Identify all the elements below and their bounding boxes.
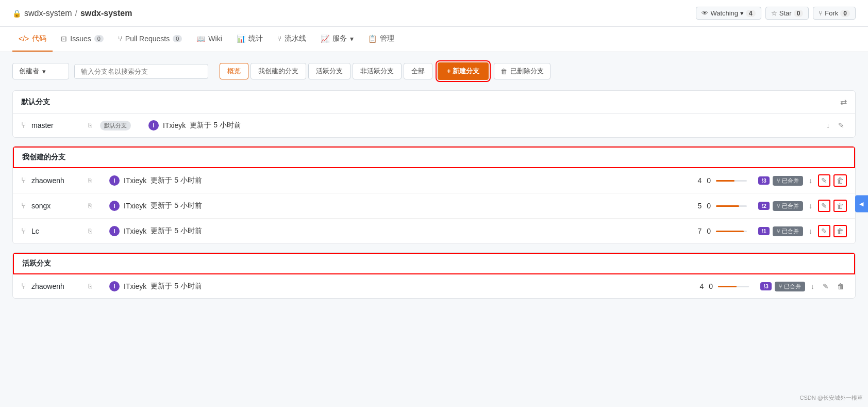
stat-bar: [716, 180, 747, 182]
default-section-header: 默认分支 ⇄: [13, 91, 855, 113]
delete-icon[interactable]: 🗑: [834, 281, 847, 292]
nav-item-manage[interactable]: 📋 管理: [362, 27, 400, 52]
side-tab[interactable]: ◀: [855, 195, 868, 212]
nav-item-code[interactable]: </> 代码: [12, 27, 53, 52]
star-icon: ☆: [771, 9, 777, 17]
active-branches-section: 活跃分支 ⑂ zhaowenh ⎘ I ITxieyk 更新于 5 小时前 4 …: [12, 252, 856, 299]
repo-owner[interactable]: swdx-system: [24, 9, 72, 18]
swap-icon[interactable]: ⇄: [840, 97, 847, 107]
branch-author[interactable]: ITxieyk: [124, 282, 146, 290]
download-icon[interactable]: ↓: [824, 120, 832, 131]
branch-stats: 7 0: [698, 227, 747, 235]
avatar: I: [109, 175, 120, 186]
filter-tab-overview[interactable]: 概览: [220, 63, 248, 79]
issues-badge: 0: [94, 35, 104, 42]
merge-badge: ⑂ 已合并: [773, 226, 803, 236]
issues-icon: ⊡: [61, 35, 67, 43]
branch-meta: I ITxieyk 更新于 5 小时前: [148, 120, 819, 131]
service-dropdown-icon: ▾: [350, 35, 354, 43]
branch-name[interactable]: songx: [31, 202, 83, 210]
copy-icon[interactable]: ⎘: [88, 283, 92, 290]
nav-code-label: 代码: [32, 34, 46, 43]
new-branch-button[interactable]: + 新建分支: [438, 62, 489, 80]
pr-number-badge[interactable]: !3: [758, 176, 770, 185]
branch-icon: ⑂: [21, 226, 26, 236]
delete-icon[interactable]: 🗑: [833, 200, 847, 212]
behind-count: 0: [707, 227, 711, 235]
table-row: ⑂ master ⎘ 默认分支 I ITxieyk 更新于 5 小时前 ↓ ✎: [13, 113, 855, 137]
delete-icon[interactable]: 🗑: [833, 174, 847, 187]
filter-tab-mine[interactable]: 我创建的分支: [251, 63, 306, 79]
download-icon[interactable]: ↓: [806, 200, 815, 211]
default-section-title: 默认分支: [21, 97, 50, 107]
branch-name[interactable]: zhaowenh: [31, 282, 83, 290]
table-row: ⑂ zhaowenh ⎘ I ITxieyk 更新于 5 小时前 4 0 !3 …: [13, 274, 855, 298]
creator-select[interactable]: 创建者 ▾: [12, 63, 69, 79]
copy-icon[interactable]: ⎘: [88, 202, 92, 209]
pr-number-badge[interactable]: !2: [758, 202, 770, 210]
chevron-down-icon: ▾: [740, 9, 744, 17]
download-icon[interactable]: ↓: [806, 225, 815, 237]
branch-actions: !1 ⑂ 已合并 ↓ ✎ 🗑: [758, 225, 847, 237]
nav-pr-label: Pull Requests: [125, 35, 170, 43]
nav-item-issues[interactable]: ⊡ Issues 0: [55, 27, 110, 51]
nav-item-stats[interactable]: 📊 统计: [230, 27, 269, 52]
edit-icon[interactable]: ✎: [836, 120, 847, 131]
fork-icon: ⑂: [819, 9, 823, 17]
eye-icon: 👁: [702, 9, 708, 17]
top-bar: 🔒 swdx-system / swdx-system 👁 Watching ▾…: [0, 0, 868, 27]
pr-number-badge[interactable]: !3: [760, 282, 772, 290]
ahead-count: 5: [698, 202, 702, 210]
pr-icon: ⑂: [118, 35, 122, 43]
branch-name[interactable]: master: [31, 121, 83, 129]
nav-item-service[interactable]: 📈 服务 ▾: [314, 27, 360, 52]
copy-icon[interactable]: ⎘: [88, 227, 92, 235]
behind-count: 0: [709, 282, 713, 290]
nav-item-pipeline[interactable]: ⑂ 流水线: [271, 27, 312, 52]
stat-bar: [716, 205, 747, 207]
edit-icon[interactable]: ✎: [818, 225, 830, 237]
branch-meta: I ITxieyk 更新于 5 小时前: [109, 226, 693, 236]
download-icon[interactable]: ↓: [806, 175, 815, 186]
branch-author[interactable]: ITxieyk: [124, 202, 146, 210]
star-button[interactable]: ☆ Star 0: [765, 7, 809, 20]
branch-author[interactable]: ITxieyk: [124, 227, 146, 235]
deleted-branch-button[interactable]: 🗑 已删除分支: [494, 63, 550, 79]
branch-actions: !3 ⑂ 已合并 ↓ ✎ 🗑: [760, 281, 847, 292]
copy-icon[interactable]: ⎘: [88, 122, 92, 129]
edit-icon[interactable]: ✎: [818, 200, 830, 212]
copy-icon[interactable]: ⎘: [88, 177, 92, 184]
filter-tab-active[interactable]: 活跃分支: [308, 63, 350, 79]
table-row: ⑂ Lc ⎘ I ITxieyk 更新于 5 小时前 7 0 !1 ⑂ 已合并 …: [13, 219, 855, 243]
nav-item-pullrequests[interactable]: ⑂ Pull Requests 0: [112, 27, 189, 51]
table-row: ⑂ zhaowenh ⎘ I ITxieyk 更新于 5 小时前 4 0 !3 …: [13, 168, 855, 193]
branch-name[interactable]: zhaowenh: [31, 176, 83, 185]
filter-tab-inactive[interactable]: 非活跃分支: [353, 63, 402, 79]
delete-icon[interactable]: 🗑: [833, 225, 847, 237]
repo-title: 🔒 swdx-system / swdx-system: [12, 9, 132, 18]
service-icon: 📈: [321, 35, 329, 43]
branch-author[interactable]: ITxieyk: [124, 176, 146, 185]
nav-bar: </> 代码 ⊡ Issues 0 ⑂ Pull Requests 0 📖 Wi…: [0, 27, 868, 52]
branch-update-time: 更新于 5 小时前: [151, 282, 202, 291]
filter-tab-all[interactable]: 全部: [404, 63, 432, 79]
download-icon[interactable]: ↓: [808, 281, 817, 292]
manage-icon: 📋: [368, 35, 377, 43]
fork-button[interactable]: ⑂ Fork 0: [813, 7, 856, 20]
edit-icon[interactable]: ✎: [820, 281, 831, 292]
edit-icon[interactable]: ✎: [818, 174, 830, 187]
nav-stats-label: 统计: [248, 34, 263, 43]
nav-manage-label: 管理: [380, 34, 394, 43]
branch-author[interactable]: ITxieyk: [163, 121, 186, 129]
watching-button[interactable]: 👁 Watching ▾ 4: [696, 7, 761, 20]
nav-item-wiki[interactable]: 📖 Wiki: [190, 27, 228, 51]
branch-search-input[interactable]: [74, 64, 208, 79]
repo-name[interactable]: swdx-system: [80, 9, 132, 18]
fork-count: 0: [840, 10, 850, 17]
pr-badge: 0: [173, 35, 182, 42]
branch-name[interactable]: Lc: [31, 227, 83, 235]
behind-count: 0: [707, 202, 711, 210]
pr-number-badge[interactable]: !1: [758, 227, 770, 235]
active-branches-header: 活跃分支: [13, 253, 855, 274]
branch-actions: !3 ⑂ 已合并 ↓ ✎ 🗑: [758, 174, 847, 187]
